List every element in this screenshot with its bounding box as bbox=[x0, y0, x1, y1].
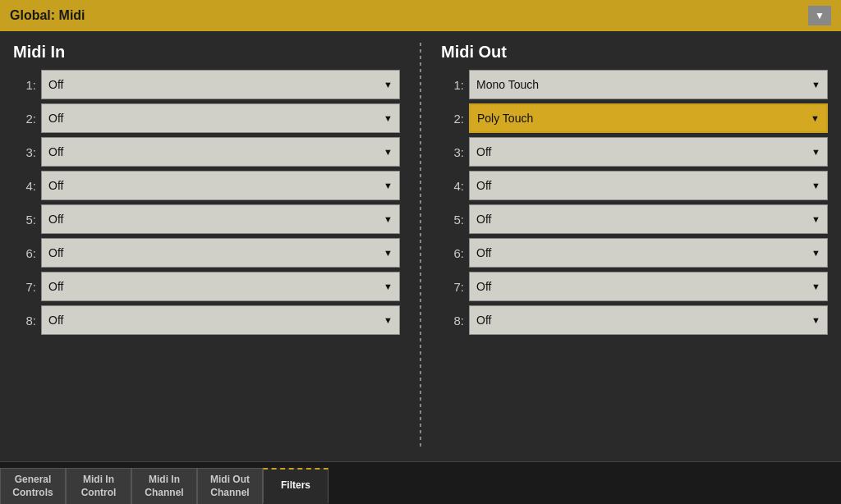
midi-in-value-7: Off bbox=[48, 280, 63, 293]
midi-in-row-5: 5:Off▼ bbox=[13, 204, 400, 234]
midi-out-row-3: 3:Off▼ bbox=[441, 137, 828, 167]
midi-in-value-4: Off bbox=[48, 179, 63, 192]
midi-in-arrow-3: ▼ bbox=[384, 147, 393, 157]
midi-out-label-3: 3: bbox=[441, 145, 464, 159]
midi-out-heading: Midi Out bbox=[441, 43, 828, 62]
midi-out-row-7: 7:Off▼ bbox=[441, 272, 828, 301]
midi-in-arrow-2: ▼ bbox=[384, 113, 393, 123]
midi-out-arrow-8: ▼ bbox=[811, 315, 820, 325]
midi-in-dropdown-1[interactable]: Off▼ bbox=[41, 70, 400, 99]
midi-out-value-8: Off bbox=[476, 314, 491, 327]
midi-in-row-6: 6:Off▼ bbox=[13, 238, 400, 268]
midi-in-row-3: 3:Off▼ bbox=[13, 137, 400, 167]
midi-out-label-8: 8: bbox=[441, 314, 464, 328]
midi-out-arrow-5: ▼ bbox=[811, 214, 820, 224]
midi-in-row-4: 4:Off▼ bbox=[13, 171, 400, 200]
midi-in-label-3: 3: bbox=[13, 145, 36, 159]
midi-out-dropdown-4[interactable]: Off▼ bbox=[469, 171, 828, 200]
midi-in-dropdown-7[interactable]: Off▼ bbox=[41, 272, 400, 301]
midi-in-dropdown-5[interactable]: Off▼ bbox=[41, 204, 400, 234]
midi-out-arrow-1: ▼ bbox=[811, 80, 820, 89]
midi-in-dropdown-3[interactable]: Off▼ bbox=[41, 137, 400, 167]
midi-out-label-2: 2: bbox=[441, 112, 464, 126]
panel-separator bbox=[420, 43, 421, 450]
midi-in-row-8: 8:Off▼ bbox=[13, 305, 400, 335]
title-bar-arrow-button[interactable]: ▼ bbox=[808, 6, 831, 25]
midi-in-label-1: 1: bbox=[13, 78, 36, 92]
midi-in-dropdown-2[interactable]: Off▼ bbox=[41, 103, 400, 133]
midi-in-label-7: 7: bbox=[13, 280, 36, 294]
midi-out-row-6: 6:Off▼ bbox=[441, 238, 828, 268]
midi-in-value-3: Off bbox=[48, 145, 63, 158]
midi-in-label-6: 6: bbox=[13, 246, 36, 260]
midi-out-arrow-2: ▼ bbox=[811, 113, 820, 123]
midi-in-label-5: 5: bbox=[13, 213, 36, 227]
midi-out-row-8: 8:Off▼ bbox=[441, 305, 828, 335]
title-bar-text: Global: Midi bbox=[10, 8, 85, 23]
midi-out-arrow-3: ▼ bbox=[811, 147, 820, 157]
tabs-container: General ControlsMidi In ControlMidi In C… bbox=[0, 468, 329, 504]
midi-in-arrow-7: ▼ bbox=[384, 282, 393, 291]
midi-in-value-5: Off bbox=[48, 213, 63, 226]
midi-in-value-2: Off bbox=[48, 112, 63, 125]
midi-in-dropdown-6[interactable]: Off▼ bbox=[41, 238, 400, 268]
midi-in-row-7: 7:Off▼ bbox=[13, 272, 400, 301]
midi-out-dropdown-7[interactable]: Off▼ bbox=[469, 272, 828, 301]
tab-filters[interactable]: Filters bbox=[263, 468, 329, 504]
midi-out-row-4: 4:Off▼ bbox=[441, 171, 828, 200]
midi-in-rows: 1:Off▼2:Off▼3:Off▼4:Off▼5:Off▼6:Off▼7:Of… bbox=[13, 70, 400, 335]
midi-out-arrow-7: ▼ bbox=[811, 282, 820, 291]
midi-out-panel: Midi Out 1:Mono Touch▼2:Poly Touch▼3:Off… bbox=[441, 43, 828, 450]
midi-out-label-7: 7: bbox=[441, 280, 464, 294]
midi-out-value-1: Mono Touch bbox=[476, 78, 539, 91]
tab-midi-in-channel[interactable]: Midi In Channel bbox=[131, 468, 197, 504]
midi-in-dropdown-8[interactable]: Off▼ bbox=[41, 305, 400, 335]
midi-out-value-6: Off bbox=[476, 246, 491, 259]
midi-in-arrow-5: ▼ bbox=[384, 214, 393, 224]
midi-in-label-4: 4: bbox=[13, 179, 36, 193]
midi-in-heading: Midi In bbox=[13, 43, 400, 62]
midi-in-row-1: 1:Off▼ bbox=[13, 70, 400, 99]
tab-midi-out-channel[interactable]: Midi Out Channel bbox=[197, 468, 263, 504]
midi-out-dropdown-3[interactable]: Off▼ bbox=[469, 137, 828, 167]
midi-in-arrow-1: ▼ bbox=[384, 80, 393, 89]
midi-in-dropdown-4[interactable]: Off▼ bbox=[41, 171, 400, 200]
midi-out-label-6: 6: bbox=[441, 246, 464, 260]
midi-out-row-1: 1:Mono Touch▼ bbox=[441, 70, 828, 99]
midi-in-arrow-8: ▼ bbox=[384, 315, 393, 325]
midi-in-panel: Midi In 1:Off▼2:Off▼3:Off▼4:Off▼5:Off▼6:… bbox=[13, 43, 400, 450]
midi-out-label-1: 1: bbox=[441, 78, 464, 92]
midi-out-dropdown-5[interactable]: Off▼ bbox=[469, 204, 828, 234]
midi-out-arrow-6: ▼ bbox=[811, 248, 820, 258]
tab-midi-in-control[interactable]: Midi In Control bbox=[66, 468, 131, 504]
midi-out-row-5: 5:Off▼ bbox=[441, 204, 828, 234]
midi-in-value-1: Off bbox=[48, 78, 63, 91]
midi-in-arrow-6: ▼ bbox=[384, 248, 393, 258]
midi-out-dropdown-1[interactable]: Mono Touch▼ bbox=[469, 70, 828, 99]
tab-bar: General ControlsMidi In ControlMidi In C… bbox=[0, 461, 841, 504]
midi-in-value-8: Off bbox=[48, 314, 63, 327]
midi-in-value-6: Off bbox=[48, 246, 63, 259]
midi-out-dropdown-8[interactable]: Off▼ bbox=[469, 305, 828, 335]
midi-in-label-8: 8: bbox=[13, 314, 36, 328]
midi-out-value-3: Off bbox=[476, 145, 491, 158]
midi-out-rows: 1:Mono Touch▼2:Poly Touch▼3:Off▼4:Off▼5:… bbox=[441, 70, 828, 335]
midi-out-row-2: 2:Poly Touch▼ bbox=[441, 103, 828, 133]
midi-in-arrow-4: ▼ bbox=[384, 181, 393, 190]
midi-out-value-2: Poly Touch bbox=[477, 112, 533, 125]
midi-out-value-5: Off bbox=[476, 213, 491, 226]
tab-general-controls[interactable]: General Controls bbox=[0, 468, 66, 504]
title-bar: Global: Midi ▼ bbox=[0, 0, 841, 31]
midi-out-value-4: Off bbox=[476, 179, 491, 192]
midi-in-label-2: 2: bbox=[13, 112, 36, 126]
midi-out-arrow-4: ▼ bbox=[811, 181, 820, 190]
midi-in-row-2: 2:Off▼ bbox=[13, 103, 400, 133]
midi-out-dropdown-6[interactable]: Off▼ bbox=[469, 238, 828, 268]
midi-out-label-4: 4: bbox=[441, 179, 464, 193]
midi-out-dropdown-2[interactable]: Poly Touch▼ bbox=[469, 103, 828, 133]
midi-out-value-7: Off bbox=[476, 280, 491, 293]
main-content: Midi In 1:Off▼2:Off▼3:Off▼4:Off▼5:Off▼6:… bbox=[0, 31, 841, 461]
midi-out-label-5: 5: bbox=[441, 213, 464, 227]
